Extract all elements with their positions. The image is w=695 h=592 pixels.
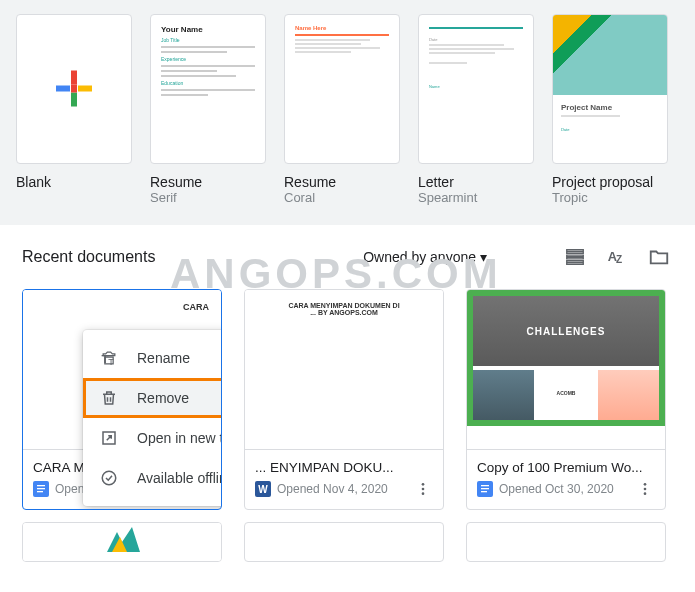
- template-blank: Blank: [16, 14, 132, 205]
- svg-rect-9: [37, 491, 43, 492]
- svg-text:Z: Z: [616, 254, 622, 265]
- document-card[interactable]: CARA MENYIMPAN DOKUMEN DI ... BY ANGOPS.…: [244, 289, 444, 510]
- template-letter-thumb[interactable]: Date Name: [418, 14, 534, 164]
- template-proposal-thumb[interactable]: Project Name Date: [552, 14, 668, 164]
- svg-rect-21: [481, 485, 489, 486]
- more-options-button[interactable]: [635, 479, 655, 499]
- document-date: Opened Oct 30, 2020: [499, 482, 629, 496]
- document-card[interactable]: CARA CARA M... Opened 9:30 AM TT Rename: [22, 289, 222, 510]
- svg-rect-23: [481, 491, 487, 492]
- trash-icon: [99, 388, 119, 408]
- template-title: Resume: [150, 174, 266, 190]
- document-preview: CARA MENYIMPAN DOKUMEN DI ... BY ANGOPS.…: [245, 290, 443, 450]
- context-menu-open-new-tab[interactable]: Open in new tab: [83, 418, 222, 458]
- caret-down-icon: ▾: [480, 249, 487, 265]
- svg-rect-0: [71, 71, 77, 85]
- template-proposal: Project Name Date Project proposal Tropi…: [552, 14, 668, 205]
- template-blank-thumb[interactable]: [16, 14, 132, 164]
- document-title: ... ENYIMPAN DOKU...: [255, 460, 433, 475]
- docs-icon: [477, 481, 493, 497]
- plus-icon: [54, 69, 94, 110]
- svg-point-26: [644, 492, 647, 495]
- template-subtitle: Coral: [284, 190, 400, 205]
- svg-rect-7: [37, 485, 45, 486]
- template-resume-serif: Your Name Job Title Experience Education…: [150, 14, 266, 205]
- template-subtitle: Spearmint: [418, 190, 534, 205]
- svg-point-18: [422, 488, 425, 491]
- rename-icon: TT: [99, 348, 119, 368]
- svg-rect-8: [37, 488, 45, 489]
- svg-rect-4: [71, 85, 77, 93]
- docs-icon: [33, 481, 49, 497]
- folder-icon[interactable]: [645, 243, 673, 271]
- sort-az-icon[interactable]: AZ: [603, 243, 631, 271]
- svg-rect-3: [78, 86, 92, 92]
- svg-point-19: [422, 492, 425, 495]
- word-icon: W: [255, 481, 271, 497]
- svg-point-25: [644, 488, 647, 491]
- svg-point-16: [102, 471, 116, 485]
- template-resume-coral-thumb[interactable]: Name Here: [284, 14, 400, 164]
- list-view-icon[interactable]: [561, 243, 589, 271]
- template-title: Project proposal: [552, 174, 668, 190]
- context-menu: TT Rename Remove Open in new tab: [83, 330, 222, 506]
- template-letter: Date Name Letter Spearmint: [418, 14, 534, 205]
- template-title: Blank: [16, 174, 132, 190]
- template-subtitle: Tropic: [552, 190, 668, 205]
- document-card[interactable]: CHALLENGES ACOMB Copy of 100 Premium Wo.…: [466, 289, 666, 510]
- svg-text:T: T: [108, 357, 114, 367]
- context-menu-available-offline[interactable]: Available offline: [83, 458, 222, 498]
- svg-rect-1: [71, 93, 77, 107]
- svg-rect-2: [56, 86, 70, 92]
- documents-grid: CARA CARA M... Opened 9:30 AM TT Rename: [0, 281, 695, 518]
- template-gallery: Blank Your Name Job Title Experience Edu…: [0, 0, 695, 225]
- context-menu-rename[interactable]: TT Rename: [83, 338, 222, 378]
- template-resume-serif-thumb[interactable]: Your Name Job Title Experience Education: [150, 14, 266, 164]
- svg-point-24: [644, 483, 647, 486]
- svg-rect-22: [481, 488, 489, 489]
- template-resume-coral: Name Here Resume Coral: [284, 14, 400, 205]
- owner-filter-dropdown[interactable]: Owned by anyone ▾: [363, 249, 487, 265]
- document-preview: CHALLENGES ACOMB: [467, 290, 665, 450]
- template-title: Resume: [284, 174, 400, 190]
- documents-grid-row2: [0, 518, 695, 566]
- document-card[interactable]: [244, 522, 444, 562]
- recent-header: Recent documents Owned by anyone ▾ AZ: [0, 225, 695, 281]
- context-menu-remove[interactable]: Remove: [83, 378, 222, 418]
- document-title: Copy of 100 Premium Wo...: [477, 460, 655, 475]
- document-card[interactable]: [22, 522, 222, 562]
- template-subtitle: Serif: [150, 190, 266, 205]
- svg-point-17: [422, 483, 425, 486]
- offline-icon: [99, 468, 119, 488]
- more-options-button[interactable]: [413, 479, 433, 499]
- document-card[interactable]: [466, 522, 666, 562]
- open-new-tab-icon: [99, 428, 119, 448]
- document-date: Opened Nov 4, 2020: [277, 482, 407, 496]
- template-title: Letter: [418, 174, 534, 190]
- recent-documents-title: Recent documents: [22, 248, 155, 266]
